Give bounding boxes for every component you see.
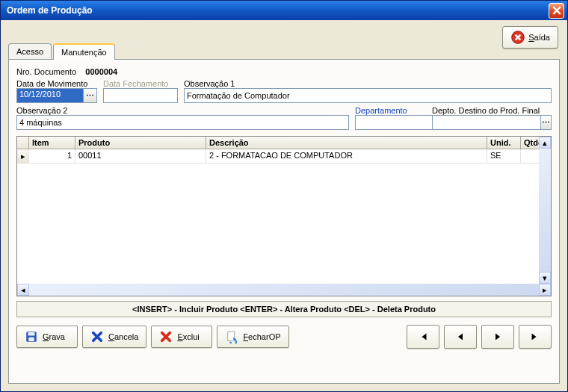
close-button[interactable] xyxy=(549,3,564,19)
grid-header-descricao[interactable]: Descrição xyxy=(206,137,487,149)
exclui-button[interactable]: Exclui xyxy=(151,326,212,348)
nav-last-button[interactable] xyxy=(519,325,552,349)
depto-destino-picker-button[interactable]: ⋯ xyxy=(541,115,552,130)
exit-button[interactable]: Saída xyxy=(502,26,558,49)
observacao1-label: Observação 1 xyxy=(184,79,552,88)
fecharop-button[interactable]: FecharOP xyxy=(217,326,288,348)
table-row[interactable]: ▸ 1 00011 2 - FORMATACAO DE COMPUTADOR S… xyxy=(17,149,551,164)
fecharop-label: FecharOP xyxy=(243,332,280,341)
depto-destino-label: Depto. Destino do Prod. Final xyxy=(432,106,552,115)
vertical-scrollbar[interactable]: ▴ ▾ xyxy=(539,137,551,284)
svg-rect-2 xyxy=(28,332,35,336)
exit-label: Saída xyxy=(528,33,550,42)
scroll-left-icon[interactable]: ◂ xyxy=(17,284,29,296)
nav-next-icon xyxy=(491,330,504,343)
save-icon xyxy=(25,330,38,343)
data-movimento-picker-button[interactable]: ⋯ xyxy=(84,88,97,103)
grava-button[interactable]: Grava xyxy=(16,326,78,348)
nro-documento-row: Nro. Documento 0000004 xyxy=(16,67,552,76)
horizontal-scrollbar[interactable]: ◂ ▸ xyxy=(17,284,551,296)
content-area: Saída Acesso Manutenção Nro. Documento 0… xyxy=(1,20,567,391)
exclui-label: Exclui xyxy=(177,332,199,341)
exit-icon xyxy=(510,30,525,45)
nav-last-icon xyxy=(528,330,542,343)
data-fechamento-input[interactable] xyxy=(103,88,178,103)
cancela-button[interactable]: Cancela xyxy=(82,326,146,348)
tab-panel: Nro. Documento 0000004 Data de Movimento… xyxy=(8,59,560,384)
cell-item[interactable]: 1 xyxy=(29,149,75,163)
data-movimento-label: Data de Movimento xyxy=(16,79,97,88)
grid-header-item[interactable]: Item xyxy=(29,137,75,149)
grid-header: Item Produto Descrição Unid. Qtde xyxy=(17,137,551,149)
close-icon xyxy=(552,6,561,15)
delete-icon xyxy=(159,330,173,343)
tab-strip: Acesso Manutenção xyxy=(8,43,560,59)
grid-header-produto[interactable]: Produto xyxy=(75,137,206,149)
cancel-icon xyxy=(90,330,104,343)
observacao1-input[interactable] xyxy=(184,88,552,103)
window-frame: Ordem de Produção Saída Acesso Manutençã… xyxy=(0,0,568,392)
grid-header-unid[interactable]: Unid. xyxy=(487,137,521,149)
product-grid[interactable]: Item Produto Descrição Unid. Qtde ▸ 1 00… xyxy=(16,136,552,296)
cancela-label: Cancela xyxy=(108,332,138,341)
svg-rect-3 xyxy=(28,337,34,341)
cell-produto[interactable]: 00011 xyxy=(75,149,206,163)
cell-descricao[interactable]: 2 - FORMATACAO DE COMPUTADOR xyxy=(206,149,487,163)
grava-label: Grava xyxy=(43,332,65,341)
nro-documento-label: Nro. Documento xyxy=(16,67,76,76)
title-bar: Ordem de Produção xyxy=(1,1,567,20)
observacao2-label: Observação 2 xyxy=(16,106,349,115)
nav-first-icon xyxy=(416,330,430,343)
button-row: Grava Cancela Exclui FecharOP xyxy=(16,325,552,349)
nav-next-button[interactable] xyxy=(481,325,514,349)
row-indicator-icon: ▸ xyxy=(17,149,29,163)
window-title: Ordem de Produção xyxy=(7,5,549,16)
cell-unid[interactable]: SE xyxy=(487,149,521,163)
document-refresh-icon xyxy=(225,330,238,343)
tab-manutencao[interactable]: Manutenção xyxy=(53,43,115,60)
data-movimento-input[interactable]: 10/12/2010 xyxy=(16,88,84,103)
nav-first-button[interactable] xyxy=(407,325,439,349)
depto-destino-input[interactable] xyxy=(432,115,541,130)
departamento-label: Departamento xyxy=(355,106,426,115)
hint-bar: <INSERT> - Incluir Produto <ENTER> - Alt… xyxy=(16,301,552,317)
scroll-up-icon[interactable]: ▴ xyxy=(539,137,551,149)
scroll-right-icon[interactable]: ▸ xyxy=(539,284,551,296)
nro-documento-value: 0000004 xyxy=(85,67,117,76)
grid-header-rowselector xyxy=(17,137,29,149)
observacao2-input[interactable] xyxy=(16,115,349,130)
nav-prev-icon xyxy=(454,330,467,343)
nav-prev-button[interactable] xyxy=(444,325,477,349)
tab-acesso[interactable]: Acesso xyxy=(8,43,52,59)
scroll-down-icon[interactable]: ▾ xyxy=(539,272,551,284)
data-fechamento-label: Data Fechamento xyxy=(103,79,178,88)
